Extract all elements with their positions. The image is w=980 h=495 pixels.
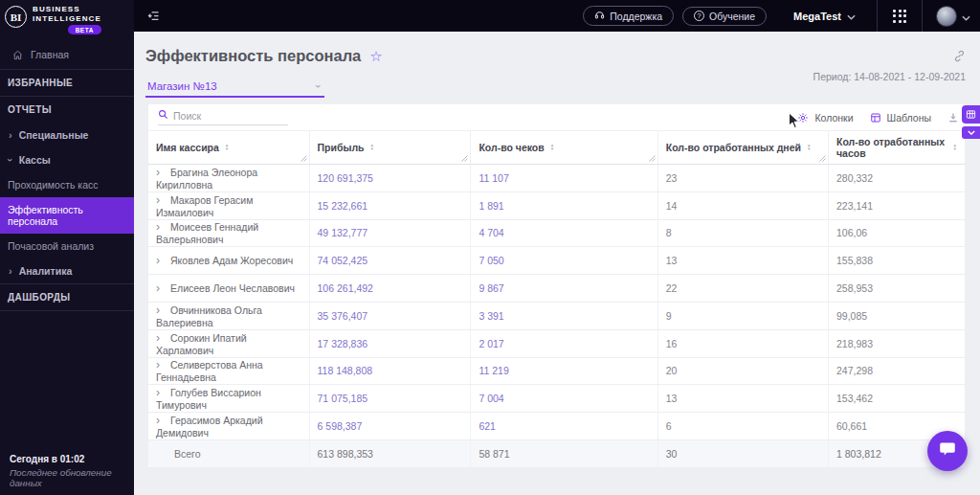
hours-cell: 153,462 (829, 385, 965, 413)
share-link-icon[interactable] (953, 50, 966, 64)
table-row[interactable]: ›Овчинникова Ольга Валериевна 35 376,407… (148, 302, 965, 329)
sort-icon[interactable]: ▲▼ (550, 144, 554, 151)
sidebar-section-favorites[interactable]: ИЗБРАННЫЕ (0, 69, 134, 97)
sort-icon[interactable]: ▲▼ (225, 144, 229, 151)
row-expand-icon[interactable]: › (156, 281, 160, 295)
row-expand-icon[interactable]: › (156, 254, 160, 267)
cashier-name: Герасимов Аркадий Демидович (156, 415, 263, 439)
sidebar: BI BUSINESS INTELLIGENCE BETA Главная ИЗ… (0, 0, 134, 495)
table-row[interactable]: ›Яковлев Адам Жоресович 74 052,425 7 050… (148, 247, 965, 275)
profit-cell: 106 261,492 (309, 275, 471, 303)
table-view-button[interactable] (962, 105, 980, 124)
row-expand-icon[interactable]: › (156, 193, 160, 207)
gear-icon (797, 112, 809, 124)
total-profit: 613 898,353 (309, 439, 471, 467)
columns-button[interactable]: Колонки (797, 112, 853, 124)
support-button[interactable]: Поддержка (583, 6, 674, 26)
headset-icon (594, 10, 605, 22)
cashier-name: Макаров Герасим Измаилович (156, 194, 253, 218)
hours-cell: 280,332 (829, 165, 965, 192)
table-header-row: Имя кассира ▲▼ Прибыль ▲▼ Кол-во чеков (148, 131, 965, 165)
page-title: Эффективность персонала (145, 47, 361, 65)
training-button[interactable]: ? Обучение (682, 7, 767, 26)
chevron-down-icon: › (315, 84, 323, 88)
column-header-profit[interactable]: Прибыль ▲▼ (309, 131, 471, 165)
checks-cell: 11 107 (471, 165, 657, 192)
table-row[interactable]: ›Моисеев Геннадий Валерьянович 49 132,77… (148, 219, 965, 247)
table-toolbar: Колонки Шаблоны (148, 104, 965, 130)
cashier-name-cell: ›Макаров Герасим Измаилович (148, 191, 309, 219)
row-expand-icon[interactable]: › (156, 358, 160, 371)
home-icon (12, 50, 23, 60)
view-switcher (962, 105, 980, 139)
sidebar-item-label: Аналитика (19, 265, 73, 277)
cashier-name-cell: ›Овчинникова Ольга Валериевна (148, 302, 309, 329)
table-row[interactable]: ›Герасимов Аркадий Демидович 6 598,387 6… (148, 413, 965, 440)
hours-cell: 218,983 (829, 329, 965, 357)
download-icon[interactable] (947, 112, 959, 124)
templates-button[interactable]: Шаблоны (870, 112, 931, 124)
row-expand-icon[interactable]: › (156, 414, 160, 427)
sidebar-item-special[interactable]: › Специальные (0, 123, 134, 147)
sidebar-section-reports: ОТЧЕТЫ (0, 97, 134, 123)
collapse-view-button[interactable] (962, 126, 980, 139)
staff-efficiency-table: Имя кассира ▲▼ Прибыль ▲▼ Кол-во чеков (148, 130, 965, 468)
sidebar-section-dashboards[interactable]: ДАШБОРДЫ (0, 283, 134, 311)
days-cell: 9 (657, 302, 828, 329)
table-row[interactable]: ›Елисеев Леон Чеславович 106 261,492 9 8… (148, 275, 965, 303)
checks-cell: 3 391 (471, 302, 657, 329)
row-expand-icon[interactable]: › (156, 304, 160, 317)
table-total-row: Всего 613 898,353 58 871 30 1 803,812 (148, 439, 965, 467)
user-menu[interactable] (936, 6, 970, 27)
row-expand-icon[interactable]: › (156, 331, 160, 345)
hours-cell: 247,298 (829, 357, 965, 385)
chat-fab-button[interactable] (927, 431, 968, 471)
cashier-name-cell: ›Брагина Элеонора Кирилловна (148, 165, 309, 192)
column-resize-handle[interactable] (301, 155, 307, 162)
column-header-days[interactable]: Кол-во отработанных дней ▲▼ (657, 131, 828, 165)
row-expand-icon[interactable]: › (156, 386, 160, 399)
favorite-star-icon[interactable]: ☆ (369, 48, 382, 65)
sidebar-item-hourly-analysis[interactable]: Почасовой анализ (0, 234, 134, 259)
apps-grid-icon[interactable] (893, 10, 906, 23)
total-days: 30 (657, 439, 828, 467)
topbar: Поддержка ? Обучение MegaTest (134, 0, 980, 32)
checks-cell: 2 017 (471, 329, 657, 357)
column-resize-handle[interactable] (461, 155, 468, 162)
account-name: MegaTest (793, 11, 841, 22)
cashier-name: Голубев Виссарион Тимурович (156, 387, 261, 411)
table-row[interactable]: ›Макаров Герасим Измаилович 15 232,661 1… (148, 191, 965, 219)
row-expand-icon[interactable]: › (156, 166, 160, 179)
column-header-checks[interactable]: Кол-во чеков ▲▼ (471, 131, 657, 165)
table-row[interactable]: ›Селиверстова Анна Геннадьевна 118 148,8… (148, 357, 965, 385)
column-header-hours[interactable]: Кол-во отработанных часов ▲▼ (829, 131, 965, 165)
sidebar-item-cash-traffic[interactable]: Проходимость касс (0, 172, 134, 197)
sidebar-item-analytics[interactable]: › Аналитика (0, 259, 134, 283)
column-header-name[interactable]: Имя кассира ▲▼ (148, 131, 309, 165)
days-cell: 6 (657, 413, 828, 440)
store-selector[interactable]: Магазин №13 › (145, 80, 324, 98)
column-resize-handle[interactable] (819, 155, 826, 162)
store-selector-value: Магазин №13 (147, 80, 217, 92)
checks-cell: 621 (471, 413, 657, 440)
sort-icon[interactable]: ▲▼ (807, 144, 811, 151)
sidebar-item-staff-efficiency[interactable]: Эффективность персонала (0, 197, 134, 234)
sidebar-collapse-button[interactable] (146, 9, 161, 23)
sidebar-item-home[interactable]: Главная (0, 40, 134, 69)
search-input[interactable] (173, 110, 288, 122)
cashier-name: Елисеев Леон Чеславович (170, 282, 295, 294)
sort-icon[interactable]: ▲▼ (370, 144, 374, 151)
avatar (936, 6, 957, 27)
account-menu[interactable]: MegaTest (793, 11, 856, 22)
column-resize-handle[interactable] (649, 155, 656, 162)
row-expand-icon[interactable]: › (156, 220, 160, 234)
chevron-right-icon: › (9, 267, 12, 275)
sidebar-item-label: Эффективность персонала (8, 204, 83, 227)
checks-cell: 4 704 (471, 219, 657, 247)
hours-cell: 106,06 (829, 219, 965, 247)
table-row[interactable]: ›Сорокин Ипатий Харламович 17 328,836 2 … (148, 329, 965, 357)
table-row[interactable]: ›Брагина Элеонора Кирилловна 120 691,375… (148, 165, 965, 192)
table-row[interactable]: ›Голубев Виссарион Тимурович 71 075,185 … (148, 385, 965, 413)
sidebar-item-kassy[interactable]: › Кассы (0, 147, 134, 172)
sort-icon[interactable]: ▲▼ (953, 144, 957, 151)
